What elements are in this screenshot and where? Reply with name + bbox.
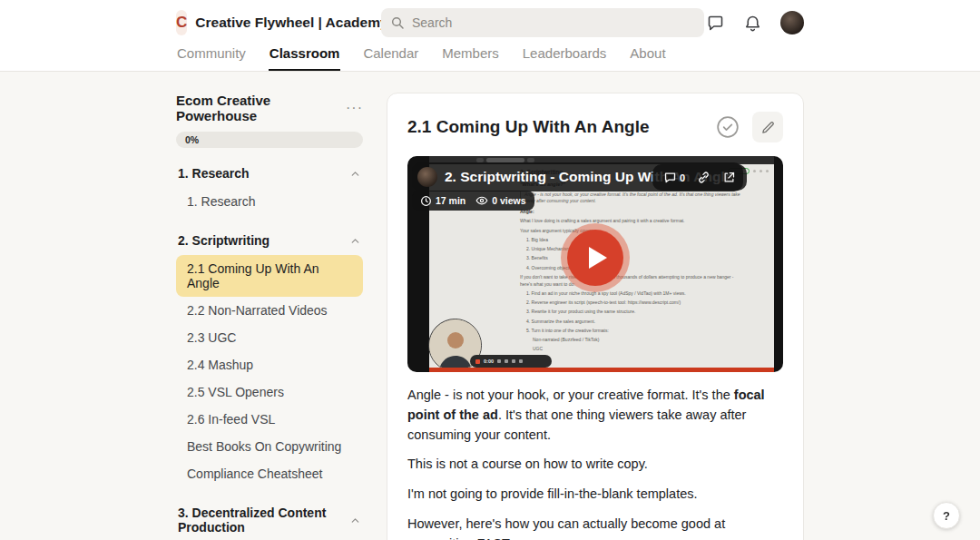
community-name: Creative Flywheel | Academy [195,15,387,31]
recording-time: 0:00 [484,358,494,364]
community-switcher[interactable]: C Creative Flywheel | Academy [176,10,381,35]
logo-letter: C [176,14,187,32]
notifications-bell-icon[interactable] [743,14,762,33]
lesson-video-player[interactable]: 2: Scriptwriting "What's an angle?" Angl… [407,156,783,372]
stop-record-icon [475,359,480,364]
search-input[interactable] [381,8,704,37]
video-comments-button[interactable]: 0 [663,171,685,184]
video-meta-overlay: 17 min 0 views [412,191,534,211]
nav-row: C Creative Flywheel | Academy [176,0,804,38]
video-actions-overlay: 0 [652,164,747,191]
help-button[interactable]: ? [933,502,960,529]
section-decentralized-content[interactable]: 3. Decentralized Content Production [176,498,363,540]
chevron-up-icon [349,515,361,526]
sidebar-item-best-books[interactable]: Best Books On Copywriting [176,433,363,460]
play-button[interactable] [561,223,630,292]
lesson-paragraph: Angle - is not your hook, or your creati… [407,386,783,445]
sidebar-item-in-feed-vsl[interactable]: 2.6 In-feed VSL [176,406,363,433]
top-navigation: C Creative Flywheel | Academy [0,0,980,72]
video-views: 0 views [492,195,525,206]
pencil-icon [760,120,776,135]
tab-calendar[interactable]: Calendar [362,40,419,71]
sidebar-item-coming-up-with-an-angle[interactable]: 2.1 Coming Up With An Angle [176,255,363,297]
section-title: 2. Scriptwriting [178,233,270,248]
video-duration: 17 min [436,195,466,206]
tab-classroom[interactable]: Classroom [269,40,341,71]
lesson-paragraph: This is not a course on how to write cop… [407,455,783,475]
sidebar-item-research[interactable]: 1. Research [176,188,363,215]
copy-link-icon[interactable] [697,171,710,184]
lesson-card: 2.1 Coming Up With An Angle 2: Scriptwr [387,93,804,540]
video-progress-bar [429,368,774,372]
course-sidebar: Ecom Creative Powerhouse ··· 0% 1. Resea… [176,93,363,540]
lesson-body: Angle - is not your hook, or your creati… [407,386,783,540]
tab-members[interactable]: Members [441,40,500,71]
community-logo: C [176,10,187,35]
progress-label: 0% [185,134,199,145]
chevron-up-icon [349,168,361,180]
recording-controls-bar: 0:00 [470,355,552,368]
restart-icon [505,359,508,363]
play-icon [589,247,607,269]
section-scriptwriting[interactable]: 2. Scriptwriting [176,226,363,255]
sidebar-item-non-narrated-videos[interactable]: 2.2 Non-Narrated Videos [176,297,363,324]
sidebar-item-vsl-openers[interactable]: 2.5 VSL Openers [176,378,363,406]
lesson-paragraph: I'm not going to provide fill-in-the-bla… [407,485,783,505]
open-external-icon[interactable] [722,171,736,184]
lesson-title: 2.1 Coming Up With An Angle [407,117,716,137]
user-avatar[interactable] [780,11,804,34]
tab-about[interactable]: About [629,40,666,71]
search-box [381,8,704,37]
eye-icon [475,194,488,207]
clock-icon [420,195,432,207]
mark-complete-check-icon[interactable] [716,115,740,139]
course-title: Ecom Creative Powerhouse [176,93,346,123]
sidebar-item-mashup[interactable]: 2.4 Mashup [176,351,363,378]
tab-community[interactable]: Community [176,40,247,71]
lesson-paragraph: However, here's how you can actually bec… [407,515,783,540]
comment-count: 0 [680,172,685,183]
edit-lesson-button[interactable] [752,112,783,142]
course-progress-bar: 0% [176,132,363,148]
section-research[interactable]: 1. Research [176,159,363,188]
section-title: 3. Decentralized Content Production [178,506,349,535]
trash-icon [519,359,523,363]
pause-icon [512,359,515,363]
sidebar-item-ugc[interactable]: 2.3 UGC [176,324,363,351]
sidebar-item-compliance-cheatsheet[interactable]: Compliance Cheatsheet [176,460,363,487]
section-title: 1. Research [178,166,250,181]
tab-leaderboards[interactable]: Leaderboards [522,40,608,71]
chat-icon[interactable] [706,14,725,33]
mic-icon [497,359,501,363]
recorded-document: 2: Scriptwriting "What's an angle?" Angl… [520,168,743,372]
search-icon [390,15,405,30]
comment-icon [663,171,677,184]
course-more-icon[interactable]: ··· [346,103,363,113]
primary-tabs: Community Classroom Calendar Members Lea… [176,40,804,71]
chevron-up-icon [349,235,361,247]
presenter-avatar [417,167,437,187]
